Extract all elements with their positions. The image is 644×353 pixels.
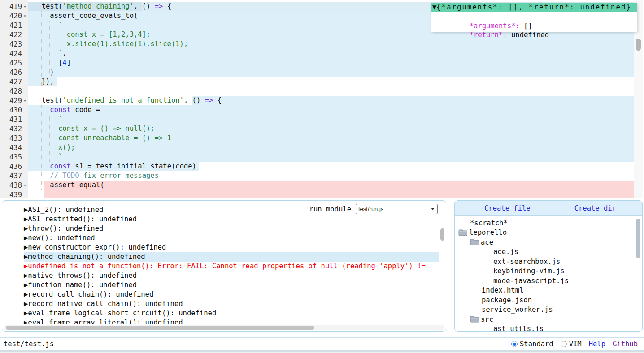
calltree-row[interactable]: ▶eval_frame logical short circuit(): und… <box>24 309 439 318</box>
gutter-line-436: 436 <box>0 162 28 171</box>
scrollbar-thumb[interactable] <box>636 39 641 51</box>
tree-item-mode-javascript-js[interactable]: mode-javascript.js <box>455 276 636 286</box>
file-tree-panel: Create file Create dir *scratch*leporell… <box>454 200 643 332</box>
fold-arrow-icon[interactable]: ▾ <box>22 13 28 18</box>
tree-item-package-json[interactable]: package.json <box>455 295 636 305</box>
code-line-435[interactable]: ` <box>33 152 62 162</box>
fold-arrow-icon[interactable]: ▾ <box>22 183 28 188</box>
current-file-path: test/test.js <box>4 340 54 348</box>
github-link[interactable]: Github <box>613 340 638 348</box>
gutter-line-430: 430 <box>0 105 28 115</box>
gutter-line-423: 423 <box>0 39 28 49</box>
code-line-432[interactable]: const x = () => null(); <box>33 124 155 133</box>
gutter-line-420: 420▾ <box>0 11 28 21</box>
code-line-419[interactable]: test('method chaining', () => { <box>33 2 171 11</box>
scrollbar-thumb[interactable] <box>440 228 444 241</box>
code-line-425[interactable]: [4] <box>33 58 71 68</box>
inspector-header-text: {*arguments*: [], *return*: undefined} <box>436 3 631 12</box>
gutter-line-439: 439 <box>0 190 28 198</box>
calltree-row[interactable]: ▶native throws(): undefined <box>24 271 439 280</box>
code-line-430[interactable]: const code = <box>33 105 104 115</box>
tree-item-ace-js[interactable]: ace.js <box>455 247 636 257</box>
tree-item-ast-utils-js[interactable]: ast_utils.js <box>455 324 636 332</box>
inspector-value: undefined <box>507 31 549 39</box>
line-number: 419 <box>0 3 22 11</box>
calltree-row[interactable]: ▶method chaining(): undefined <box>24 252 439 262</box>
inspector-row[interactable]: *arguments*: [] <box>436 13 637 22</box>
radio-selected-icon[interactable] <box>511 341 518 347</box>
code-line-420[interactable]: assert_code_evals_to( <box>33 11 138 21</box>
code-editor[interactable]: 419▾420▾421422423424425426427428429▾4304… <box>0 0 644 198</box>
tree-item-label: index.html <box>482 286 523 294</box>
calltree-row[interactable]: ▶undefined is not a function(): Error: F… <box>24 262 439 271</box>
create-dir-link[interactable]: Create dir <box>574 204 616 212</box>
code-line-426[interactable]: ) <box>33 68 54 77</box>
folder-icon <box>458 229 467 236</box>
run-module-select[interactable]: test/run.js <box>356 204 438 214</box>
code-line-437[interactable]: // TODO fix error messages <box>33 171 159 181</box>
code-line-438[interactable]: assert_equal( <box>33 181 104 190</box>
code-line-433[interactable]: const unreachable = () => 1 <box>33 133 171 143</box>
calltree-row[interactable]: ▶throw(): undefined <box>24 224 439 233</box>
calltree-row[interactable]: ▶new(): undefined <box>24 233 439 243</box>
run-module-bar: run module test/run.js <box>309 204 438 214</box>
tree-item-ext-searchbox-js[interactable]: ext-searchbox.js <box>455 257 636 267</box>
calltree-row[interactable]: ▶ASI_restrited(): undefined <box>24 215 439 224</box>
tree-item-keybinding-vim-js[interactable]: keybinding-vim.js <box>455 267 636 276</box>
folder-icon <box>470 316 479 323</box>
code-line-431[interactable]: ` <box>33 115 62 124</box>
gutter-line-428: 428 <box>0 86 28 96</box>
radio-unselected-icon[interactable] <box>561 341 567 347</box>
line-number: 425 <box>0 59 22 67</box>
code-line-434[interactable]: x(); <box>33 143 75 152</box>
calltree-vertical-scrollbar[interactable] <box>440 202 445 324</box>
tree-item--scratch-[interactable]: *scratch* <box>455 218 636 228</box>
calltree-row[interactable]: ▶record call chain(): undefined <box>24 290 439 299</box>
calltree-rows: ▶ASI_2(): undefined▶ASI_restrited(): und… <box>2 202 439 324</box>
gutter-line-422: 422 <box>0 30 28 39</box>
keybinding-vim-radio[interactable]: VIM <box>561 340 582 348</box>
gutter-line-429: 429▾ <box>0 96 28 105</box>
calltree-row[interactable]: ▶record native call chain(): undefined <box>24 299 439 309</box>
help-link[interactable]: Help <box>589 340 605 348</box>
gutter-line-435: 435 <box>0 152 28 162</box>
line-number: 427 <box>0 78 22 86</box>
keybinding-standard-radio[interactable]: Standard <box>511 340 553 348</box>
file-tree-header: Create file Create dir <box>455 201 642 216</box>
radio-label: Standard <box>520 340 553 348</box>
tree-item-service-worker-js[interactable]: service_worker.js <box>455 305 636 315</box>
code-line-429[interactable]: test('undefined is not a function', () =… <box>33 96 222 105</box>
calltree-row[interactable]: ▶function name(): undefined <box>24 280 439 290</box>
create-file-link[interactable]: Create file <box>484 204 531 212</box>
code-line-424[interactable]: `, <box>33 49 67 58</box>
code-line-423[interactable]: x.slice(1).slice(1).slice(1); <box>33 39 188 49</box>
value-inspector-popup: ▼ {*arguments*: [], *return*: undefined}… <box>431 3 637 32</box>
line-number: 420 <box>0 12 22 20</box>
scrollbar-thumb[interactable] <box>6 326 314 330</box>
tree-item-leporello[interactable]: leporello <box>455 228 636 238</box>
code-line-421[interactable]: ` <box>33 21 62 30</box>
fold-arrow-icon[interactable]: ▾ <box>22 98 28 103</box>
line-number: 434 <box>0 144 22 152</box>
gutter-line-424: 424 <box>0 49 28 58</box>
calltree-row[interactable]: ▶new constructor expr(): undefined <box>24 243 439 252</box>
fold-arrow-icon[interactable]: ▾ <box>22 4 28 9</box>
code-line-427[interactable]: }), <box>33 77 54 86</box>
calltree-row[interactable]: ▶eval_frame array_literal(): undefined <box>24 318 439 324</box>
code-line-422[interactable]: const x = [1,2,3,4]; <box>33 30 150 39</box>
code-line-436[interactable]: const s1 = test_initial_state(code) <box>33 162 196 171</box>
inspector-key: *return*: <box>470 31 507 39</box>
line-number: 421 <box>0 22 22 30</box>
collapse-caret-icon[interactable]: ▼ <box>431 3 436 12</box>
tree-item-index-html[interactable]: index.html <box>455 286 636 296</box>
scrollbar-thumb[interactable] <box>636 219 640 258</box>
tree-item-src[interactable]: src <box>455 314 636 324</box>
inspector-header[interactable]: ▼ {*arguments*: [], *return*: undefined} <box>431 3 637 12</box>
gutter-line-432: 432 <box>0 124 28 133</box>
calltree-horizontal-scrollbar[interactable] <box>4 325 444 330</box>
tree-item-ace[interactable]: ace <box>455 237 636 247</box>
line-number: 439 <box>0 191 22 199</box>
line-number: 437 <box>0 172 22 180</box>
run-module-select-wrap: test/run.js <box>356 204 438 214</box>
file-tree-scrollbar[interactable] <box>636 219 641 330</box>
